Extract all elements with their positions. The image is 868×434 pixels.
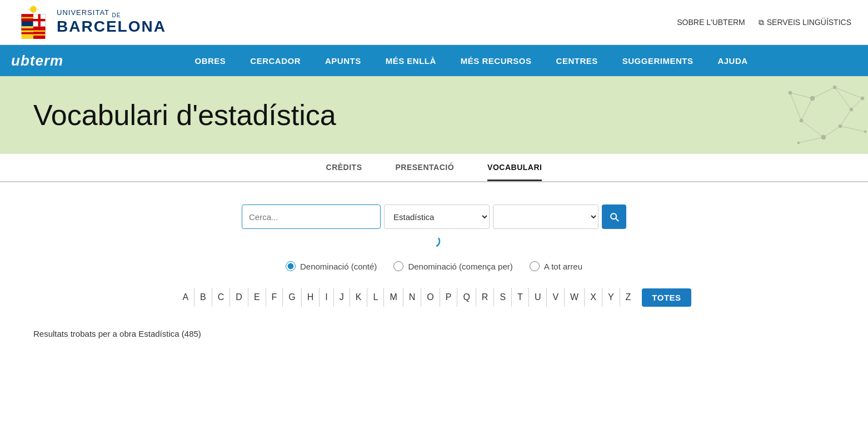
svg-line-35 [790,93,812,98]
svg-line-29 [812,87,835,98]
tab-vocabulari[interactable]: VOCABULARI [487,163,542,181]
alpha-O[interactable]: O [421,288,440,307]
alpha-H[interactable]: H [302,288,320,307]
svg-line-32 [824,126,840,137]
svg-rect-17 [33,31,45,32]
alpha-X[interactable]: X [585,288,602,307]
radio-contiene-option[interactable]: Denominació (conté) [286,261,377,271]
hero-banner: Vocabulari d'estadística [0,76,868,154]
svg-line-36 [851,98,862,109]
alpha-V[interactable]: V [547,288,565,307]
alpha-totes-button[interactable]: TOTES [642,288,691,307]
alpha-G[interactable]: G [283,288,301,307]
hero-decoration-icon [701,76,868,154]
logo-text: UNIVERSITAT DE BARCELONA [57,9,166,35]
search-button[interactable] [602,204,626,229]
nav-items: OBRES CERCADOR APUNTS MÉS ENLLÀ MÉS RECU… [86,45,857,76]
alpha-A[interactable]: A [177,288,194,307]
ub-logo-icon [17,6,50,39]
nav-item-apunts[interactable]: APUNTS [313,45,373,76]
obra-select[interactable]: Estadística [384,204,490,229]
search-input[interactable] [242,204,381,229]
search-row: Estadística [242,204,626,229]
top-bar: UNIVERSITAT DE BARCELONA SOBRE L'UBTERM … [0,0,868,45]
university-name: UNIVERSITAT DE [57,9,166,18]
alpha-R[interactable]: R [476,288,495,307]
alphabet-row: A B C D E F G H I J K L M N O P Q R S T … [177,288,691,307]
alpha-Y[interactable]: Y [602,288,620,307]
loading-spinner [427,235,441,251]
radio-arreu-label: A tot arreu [544,262,582,271]
logo-area: UNIVERSITAT DE BARCELONA [17,6,166,39]
svg-line-34 [801,98,812,121]
nav-item-mes-recursos[interactable]: MÉS RECURSOS [448,45,544,76]
results-text: Resultats trobats per a obra Estadística… [33,329,201,338]
sobre-ubterm-link[interactable]: SOBRE L'UBTERM [677,18,745,27]
alpha-Z[interactable]: Z [620,288,637,307]
alpha-W[interactable]: W [565,288,585,307]
svg-rect-12 [33,19,45,21]
serveis-linguistics-link[interactable]: ⧉ SERVEIS LINGÜÍSTICS [759,18,851,27]
svg-line-31 [840,109,851,126]
svg-rect-8 [22,17,33,19]
alpha-I[interactable]: I [320,288,333,307]
alpha-E[interactable]: E [248,288,266,307]
svg-point-0 [30,6,37,13]
nav-brand[interactable]: ubterm [11,52,63,69]
tabs-container: CRÈDITS PRESENTACIÓ VOCABULARI [0,154,868,182]
alpha-J[interactable]: J [334,288,350,307]
radio-contiene-input[interactable] [286,261,296,271]
alpha-T[interactable]: T [512,288,529,307]
alpha-Q[interactable]: Q [457,288,476,307]
alpha-D[interactable]: D [230,288,248,307]
search-area: Estadística Denominació (conté) Denomina… [0,182,868,329]
radio-comenca-label: Denominació (comença per) [408,262,512,271]
alpha-F[interactable]: F [266,288,283,307]
nav-item-cercador[interactable]: CERCADOR [238,45,313,76]
tab-credits[interactable]: CRÈDITS [326,163,362,181]
svg-line-40 [790,93,801,121]
svg-line-39 [840,126,865,132]
svg-rect-18 [33,34,45,36]
city-name: BARCELONA [57,18,166,36]
radio-arreu-input[interactable] [530,261,540,271]
hero-title: Vocabulari d'estadística [33,98,336,132]
radio-arreu-option[interactable]: A tot arreu [530,261,582,271]
search-icon [608,211,620,222]
nav-bar: ubterm OBRES CERCADOR APUNTS MÉS ENLLÀ M… [0,45,868,76]
radio-comenca-input[interactable] [393,261,403,271]
alpha-K[interactable]: K [350,288,368,307]
alpha-L[interactable]: L [367,288,384,307]
svg-line-33 [801,121,824,137]
top-links: SOBRE L'UBTERM ⧉ SERVEIS LINGÜÍSTICS [677,18,851,27]
external-link-icon: ⧉ [759,18,764,27]
nav-item-suggeriments[interactable]: SUGGERIMENTS [610,45,706,76]
alpha-C[interactable]: C [212,288,231,307]
svg-line-38 [799,137,824,143]
results-info: Resultats trobats per a obra Estadística… [0,329,868,338]
nav-item-ajuda[interactable]: AJUDA [705,45,760,76]
tab-presentacio[interactable]: PRESENTACIÓ [396,163,455,181]
nav-item-mes-enlla[interactable]: MÉS ENLLÀ [373,45,448,76]
lang-select[interactable] [493,204,598,229]
radio-options-row: Denominació (conté) Denominació (comença… [286,261,582,271]
svg-rect-16 [33,27,45,39]
radio-contiene-label: Denominació (conté) [300,262,377,271]
radio-comenca-option[interactable]: Denominació (comença per) [393,261,512,271]
svg-rect-9 [22,20,33,22]
alpha-P[interactable]: P [440,288,458,307]
alpha-B[interactable]: B [194,288,212,307]
nav-item-obres[interactable]: OBRES [183,45,238,76]
svg-rect-14 [22,28,33,30]
alpha-U[interactable]: U [529,288,547,307]
alpha-N[interactable]: N [403,288,422,307]
alpha-S[interactable]: S [494,288,512,307]
svg-rect-15 [22,32,33,34]
nav-item-centres[interactable]: CENTRES [544,45,610,76]
alpha-M[interactable]: M [384,288,403,307]
